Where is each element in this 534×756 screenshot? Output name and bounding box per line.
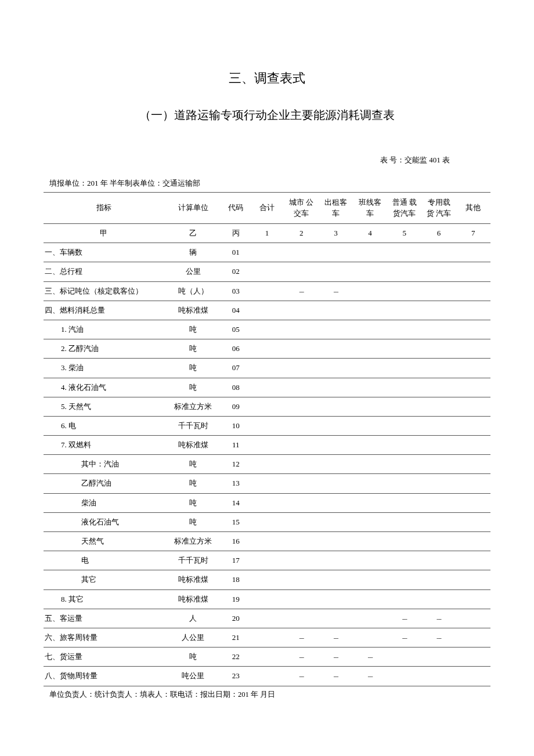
row-code: 04 — [222, 301, 250, 320]
data-cell: --- — [319, 667, 353, 686]
table-row: 五、客运量人20------ — [44, 609, 490, 628]
data-cell — [319, 532, 353, 551]
data-cell — [456, 281, 490, 301]
data-cell — [250, 551, 284, 570]
data-cell — [387, 667, 421, 686]
row-code: 16 — [222, 532, 250, 551]
row-unit: 吨 — [164, 455, 222, 474]
row-code: 11 — [222, 436, 250, 455]
data-cell — [250, 455, 284, 474]
row-unit: 吨 — [164, 493, 222, 512]
row-unit: 吨标准煤 — [164, 589, 222, 609]
row-code: 02 — [222, 262, 250, 281]
data-cell — [387, 397, 421, 416]
data-cell — [284, 589, 319, 609]
data-cell — [421, 532, 456, 551]
data-cell — [250, 262, 284, 281]
data-cell — [353, 262, 387, 281]
data-cell — [456, 628, 490, 647]
data-cell — [387, 493, 421, 512]
row-label: 其中：汽油 — [44, 455, 164, 474]
table-row: 其它吨标准煤18 — [44, 570, 490, 589]
data-cell: --- — [319, 281, 353, 301]
data-cell — [284, 570, 319, 589]
data-cell — [284, 512, 319, 531]
col-bus: 城市 公交车 — [284, 193, 319, 224]
row-unit: 标准立方米 — [164, 532, 222, 551]
data-cell — [456, 455, 490, 474]
data-cell — [250, 378, 284, 397]
row-unit: 吨 — [164, 359, 222, 378]
table-row: 8. 其它吨标准煤19 — [44, 589, 490, 609]
row-label: 六、旅客周转量 — [44, 628, 164, 647]
data-cell — [353, 455, 387, 474]
data-cell — [456, 262, 490, 281]
data-cell — [456, 359, 490, 378]
table-row: 乙醇汽油吨13 — [44, 474, 490, 493]
data-cell — [387, 589, 421, 609]
col-special-truck: 专用载货 汽车 — [421, 193, 456, 224]
row-label: 二、总行程 — [44, 262, 164, 281]
row-unit: 吨（人） — [164, 281, 222, 301]
data-cell: --- — [421, 609, 456, 628]
form-code: 表 号：交能监 401 表 — [44, 155, 490, 165]
col-total: 合计 — [250, 193, 284, 224]
data-cell — [284, 243, 319, 262]
data-cell — [353, 416, 387, 435]
table-row: 7. 双燃料吨标准煤11 — [44, 436, 490, 455]
data-cell — [250, 474, 284, 493]
row-code: 19 — [222, 589, 250, 609]
data-cell — [284, 378, 319, 397]
data-cell — [284, 551, 319, 570]
label-c6: 6 — [421, 224, 456, 243]
data-cell — [387, 281, 421, 301]
data-cell — [421, 281, 456, 301]
data-cell — [456, 339, 490, 359]
data-cell — [421, 378, 456, 397]
row-label: 四、燃料消耗总量 — [44, 301, 164, 320]
label-unit: 乙 — [164, 224, 222, 243]
row-code: 15 — [222, 512, 250, 531]
table-row: 一、车辆数辆01 — [44, 243, 490, 262]
row-code: 22 — [222, 648, 250, 667]
data-cell — [353, 359, 387, 378]
row-label: 七、货运量 — [44, 648, 164, 667]
data-cell — [284, 301, 319, 320]
data-cell — [421, 474, 456, 493]
data-cell — [456, 648, 490, 667]
data-cell — [250, 301, 284, 320]
row-code: 09 — [222, 397, 250, 416]
data-cell — [421, 262, 456, 281]
row-label: 其它 — [44, 570, 164, 589]
data-cell — [284, 532, 319, 551]
row-label: 3. 柴油 — [44, 359, 164, 378]
row-code: 14 — [222, 493, 250, 512]
data-cell — [319, 397, 353, 416]
row-label: 三、标记吨位（核定载客位） — [44, 281, 164, 301]
data-cell — [284, 339, 319, 359]
section-title: 三、调查表式 — [44, 70, 490, 87]
row-code: 08 — [222, 378, 250, 397]
data-cell — [421, 570, 456, 589]
row-label: 4. 液化石油气 — [44, 378, 164, 397]
col-coach: 班线客车 — [353, 193, 387, 224]
row-unit: 吨 — [164, 648, 222, 667]
data-cell — [387, 455, 421, 474]
data-cell: --- — [421, 628, 456, 647]
data-cell — [456, 243, 490, 262]
col-taxi: 出租客车 — [319, 193, 353, 224]
label-row: 甲 乙 丙 1 2 3 4 5 6 7 — [44, 224, 490, 243]
data-cell: --- — [387, 609, 421, 628]
label-c1: 1 — [250, 224, 284, 243]
data-cell: --- — [353, 648, 387, 667]
data-cell — [421, 667, 456, 686]
label-code: 丙 — [222, 224, 250, 243]
table-row: 三、标记吨位（核定载客位）吨（人）03------ — [44, 281, 490, 301]
data-cell — [387, 512, 421, 531]
row-label: 一、车辆数 — [44, 243, 164, 262]
data-cell — [319, 301, 353, 320]
table-row: 6. 电千千瓦时10 — [44, 416, 490, 435]
row-label: 5. 天然气 — [44, 397, 164, 416]
row-unit: 吨 — [164, 474, 222, 493]
row-code: 12 — [222, 455, 250, 474]
